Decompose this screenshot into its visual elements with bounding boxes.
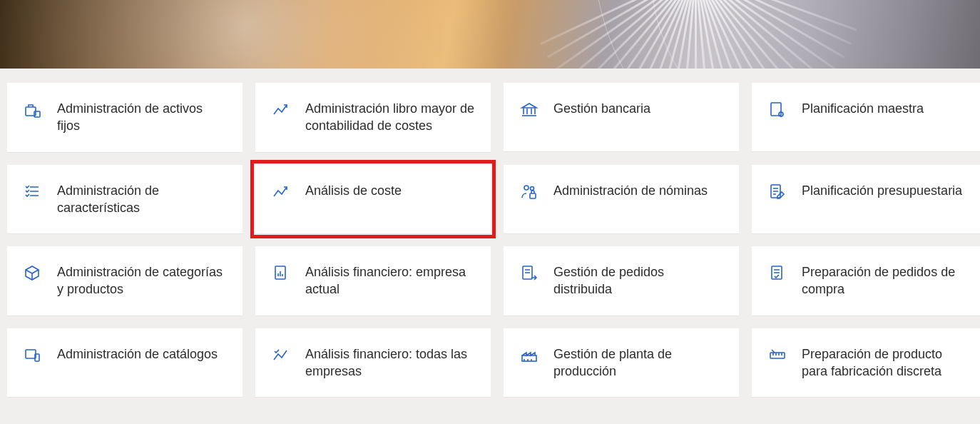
hero-decoration — [445, 0, 944, 69]
doc-gear-icon — [767, 100, 787, 120]
ruler-icon — [767, 345, 787, 365]
doc-pencil-icon — [767, 182, 787, 202]
module-card[interactable]: Administración de activos fijos — [7, 83, 243, 152]
doc-check-icon — [767, 263, 787, 283]
module-card[interactable]: Planificación maestra — [752, 83, 980, 151]
module-card[interactable]: Gestión bancaria — [504, 83, 739, 151]
doc-arrow-icon — [519, 263, 539, 283]
module-card-label: Análisis de coste — [305, 182, 402, 199]
module-card-label: Administración de categorías y productos — [57, 263, 227, 298]
module-card-label: Preparación de pedidos de compra — [802, 263, 971, 298]
module-card[interactable]: Administración de catálogos — [7, 328, 243, 397]
module-card-label: Administración de activos fijos — [57, 100, 227, 135]
module-card-label: Preparación de producto para fabricación… — [802, 345, 971, 380]
module-card[interactable]: Gestión de pedidos distribuida — [504, 246, 739, 316]
module-card[interactable]: Administración libro mayor de contabilid… — [255, 83, 491, 152]
module-card-label: Planificación maestra — [802, 100, 924, 117]
module-card[interactable]: Análisis de coste — [255, 165, 491, 233]
module-card[interactable]: Preparación de pedidos de compra — [752, 246, 980, 316]
module-card-label: Análisis financiero: todas las empresas — [305, 345, 475, 380]
chart-up-icon — [271, 100, 291, 120]
chart-check-icon — [271, 345, 291, 365]
doc-bar-icon — [271, 263, 291, 283]
bank-icon — [519, 100, 539, 120]
module-card-label: Administración de características — [57, 182, 227, 217]
module-card-label: Gestión de planta de producción — [553, 345, 723, 380]
module-grid: Administración de activos fijosAdministr… — [0, 69, 980, 397]
people-lock-icon — [519, 182, 539, 202]
module-card-label: Gestión de pedidos distribuida — [553, 263, 723, 298]
module-card[interactable]: Análisis financiero: todas las empresas — [255, 328, 491, 398]
module-card[interactable]: Administración de características — [7, 165, 243, 234]
box-icon — [23, 263, 43, 283]
checklist-icon — [23, 182, 43, 202]
module-card[interactable]: Preparación de producto para fabricación… — [752, 328, 980, 398]
device-icon — [23, 345, 43, 365]
factory-icon — [519, 345, 539, 365]
module-card[interactable]: Planificación presupuestaria — [752, 165, 980, 233]
hero-banner — [0, 0, 980, 69]
module-card-label: Administración de nóminas — [553, 182, 708, 199]
chart-up-icon — [271, 182, 291, 202]
module-card[interactable]: Análisis financiero: empresa actual — [255, 246, 491, 316]
module-card[interactable]: Administración de nóminas — [504, 165, 739, 233]
module-card-label: Administración libro mayor de contabilid… — [305, 100, 475, 135]
module-card-label: Análisis financiero: empresa actual — [305, 263, 475, 298]
module-card-label: Planificación presupuestaria — [802, 182, 962, 199]
module-card-label: Administración de catálogos — [57, 345, 218, 363]
module-card[interactable]: Gestión de planta de producción — [504, 328, 739, 398]
module-card-label: Gestión bancaria — [553, 100, 650, 117]
module-card[interactable]: Administración de categorías y productos — [7, 246, 243, 316]
assets-icon — [23, 100, 43, 120]
